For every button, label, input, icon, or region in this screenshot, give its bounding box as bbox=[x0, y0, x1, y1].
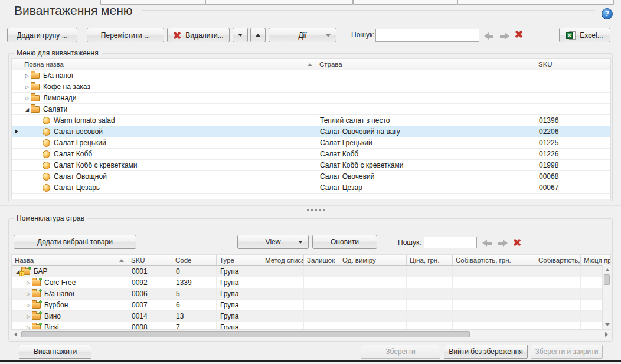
move-down-button[interactable] bbox=[233, 28, 248, 42]
window-bottom-border bbox=[0, 360, 621, 362]
column-header-1[interactable]: Повна назва bbox=[21, 59, 316, 70]
menu-table-row[interactable]: ◢Салати bbox=[12, 104, 610, 115]
search-prev-button[interactable] bbox=[481, 240, 493, 247]
search-next-button[interactable] bbox=[499, 32, 511, 40]
menu-row-dish-cell: Салат Цезар bbox=[316, 182, 535, 193]
excel-label: Excel... bbox=[580, 31, 603, 40]
expand-icon[interactable]: ▷ bbox=[25, 280, 32, 286]
vertical-scrollbar-thumb[interactable] bbox=[604, 274, 610, 285]
nomenclature-table-row[interactable]: ▷Віскі00087Група bbox=[12, 322, 610, 329]
column-header-6[interactable]: Залишок bbox=[304, 255, 339, 265]
menu-row-sku-cell: 01225 bbox=[535, 137, 611, 148]
scroll-left-icon[interactable] bbox=[11, 330, 20, 339]
scroll-up-icon[interactable] bbox=[603, 265, 612, 274]
nomenclature-row-cell bbox=[407, 288, 453, 299]
scroll-down-icon[interactable] bbox=[603, 320, 612, 329]
add-group-button[interactable]: Додати групу ... bbox=[7, 28, 77, 42]
nomenclature-table-row[interactable]: ▷Corc Free00921339Група bbox=[12, 277, 610, 288]
save-button[interactable]: Зберегти bbox=[361, 345, 440, 359]
menu-table-row[interactable]: Салат ОвощнойСалат Овочевий00068 bbox=[12, 171, 610, 182]
nomenclature-row-cell bbox=[262, 311, 304, 322]
nomenclature-row-cell bbox=[453, 311, 535, 322]
delete-button[interactable]: Видалити... bbox=[167, 28, 230, 42]
nomenclature-row-cell bbox=[339, 288, 407, 299]
menu-table-row[interactable]: Салат КоббСалат Кобб01226 bbox=[12, 149, 610, 160]
column-header-5[interactable]: Метод списання bbox=[262, 255, 304, 265]
menu-table-row[interactable]: Салат ЦезарьСалат Цезар00067 bbox=[12, 182, 610, 194]
column-header-8[interactable]: Ціна, грн. bbox=[407, 255, 453, 265]
nomenclature-table-row[interactable]: ▷Вино001413Група bbox=[12, 311, 610, 322]
column-header-label: Type bbox=[220, 257, 234, 264]
top-tab-stub[interactable] bbox=[353, 0, 457, 5]
refresh-button[interactable]: Оновити bbox=[312, 235, 377, 249]
menu-table-row[interactable]: ▷Б/а напої bbox=[12, 70, 610, 81]
menu-table-row[interactable]: Салат ГрецькийСалат Грецький01225 bbox=[12, 137, 610, 149]
move-up-button[interactable] bbox=[250, 28, 266, 42]
search-input[interactable] bbox=[375, 29, 479, 42]
nomenclature-table-row[interactable]: ▷Бурбон00076Група bbox=[12, 300, 610, 311]
column-header-3[interactable]: SKU bbox=[535, 59, 611, 70]
add-selected-goods-button[interactable]: Додати вибрані товари bbox=[14, 235, 136, 249]
new-badge-icon bbox=[39, 311, 42, 314]
menu-table-row[interactable]: Салат весовойСалат Овочевий на вагу02206 bbox=[12, 126, 610, 137]
folder-icon bbox=[31, 84, 40, 90]
arrow-up-icon bbox=[256, 34, 260, 37]
nomenclature-row-cell bbox=[535, 288, 581, 299]
menu-table-row[interactable]: Салат Кобб с креветкамиСалат Кобб с крев… bbox=[12, 160, 610, 171]
expand-icon[interactable]: ▷ bbox=[25, 291, 32, 297]
window-left-border bbox=[1, 0, 4, 360]
dish-icon bbox=[43, 173, 50, 181]
top-tab-stub[interactable] bbox=[205, 0, 353, 5]
move-button[interactable]: Перемістити ... bbox=[87, 28, 164, 42]
view-dropdown-button[interactable]: View bbox=[237, 235, 309, 249]
search-clear-button[interactable] bbox=[515, 30, 523, 38]
search-next-button[interactable] bbox=[497, 240, 509, 247]
column-header-4[interactable]: Type bbox=[217, 255, 262, 265]
horizontal-scrollbar[interactable] bbox=[11, 329, 611, 339]
menu-panel-title: Меню для вивантаження bbox=[14, 49, 102, 57]
column-header-11[interactable]: Місця прод bbox=[581, 255, 611, 265]
exit-without-save-button[interactable]: Вийти без збереження bbox=[444, 345, 528, 359]
expand-icon[interactable]: ▷ bbox=[24, 96, 31, 101]
scroll-right-icon[interactable] bbox=[602, 330, 611, 339]
nomenclature-search-input[interactable] bbox=[424, 237, 477, 248]
menu-row-sku-cell: 01396 bbox=[535, 115, 611, 126]
expand-icon[interactable]: ▷ bbox=[24, 84, 31, 90]
sort-ascending-icon bbox=[119, 259, 124, 262]
menu-row-sku-cell: 01998 bbox=[535, 160, 611, 170]
expand-icon[interactable]: ▷ bbox=[25, 325, 32, 330]
excel-export-button[interactable]: X Excel... bbox=[559, 28, 610, 42]
column-header-9[interactable]: Собівартість, грн. bbox=[453, 255, 535, 265]
menu-row-name-cell: Салат Цезарь bbox=[21, 182, 316, 193]
column-header-3[interactable]: Code bbox=[172, 255, 217, 265]
column-header-2[interactable]: SKU bbox=[128, 255, 172, 265]
nomenclature-row-name-cell: ▷Б/а напої bbox=[12, 288, 128, 299]
save-and-close-button[interactable]: Зберегти й закрити bbox=[531, 345, 603, 359]
actions-dropdown-button[interactable]: Дії bbox=[269, 28, 336, 42]
menu-table-row[interactable]: Warm tomato saladТеплий салат з песто013… bbox=[12, 115, 610, 126]
vertical-scrollbar[interactable] bbox=[602, 265, 611, 329]
menu-table-row[interactable]: ▷Лимонади bbox=[12, 93, 610, 104]
column-header-10[interactable]: Собівартість,% bbox=[535, 255, 581, 265]
expand-icon[interactable]: ▷ bbox=[25, 314, 32, 319]
expand-icon[interactable]: ▷ bbox=[25, 303, 32, 308]
horizontal-scrollbar-thumb[interactable] bbox=[21, 331, 470, 337]
search-clear-button[interactable] bbox=[513, 238, 521, 247]
nomenclature-table-row[interactable]: ◢!БАР00010Група bbox=[12, 266, 610, 277]
row-gutter-cell bbox=[12, 93, 21, 103]
collapse-icon[interactable]: ◢ bbox=[24, 107, 31, 112]
help-icon[interactable]: ? bbox=[602, 8, 613, 19]
column-header-1[interactable]: Назва bbox=[12, 255, 128, 265]
upload-button[interactable]: Вивантажити bbox=[19, 345, 91, 359]
search-prev-button[interactable] bbox=[483, 32, 495, 40]
expand-icon[interactable]: ▷ bbox=[24, 73, 31, 78]
column-header-2[interactable]: Страва bbox=[316, 59, 535, 70]
top-tab-stub[interactable] bbox=[457, 0, 614, 5]
excel-icon: X bbox=[566, 31, 576, 40]
nomenclature-table-row[interactable]: ▷Б/а напої00065Група bbox=[12, 288, 610, 300]
nomenclature-row-cell: Група bbox=[217, 300, 262, 310]
column-header-7[interactable]: Од. виміру bbox=[339, 255, 407, 265]
menu-table-row[interactable]: ▷Кофе на заказ bbox=[12, 81, 610, 93]
column-header-label: SKU bbox=[538, 61, 553, 68]
panel-splitter[interactable] bbox=[0, 205, 621, 215]
